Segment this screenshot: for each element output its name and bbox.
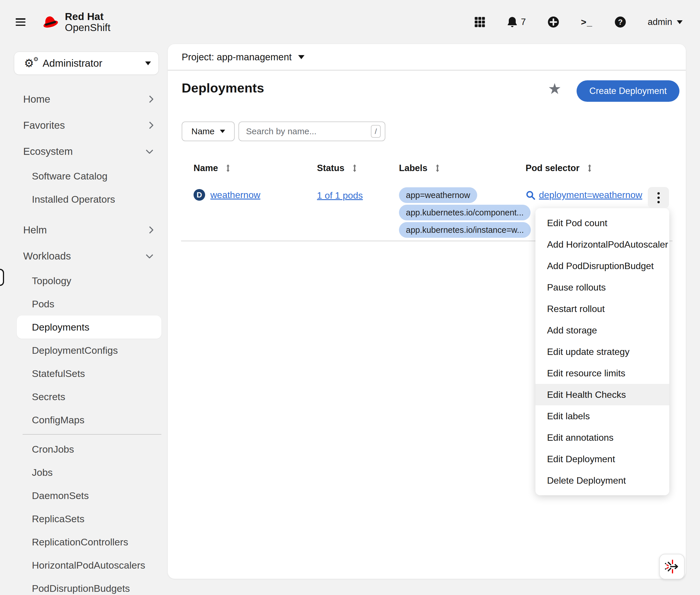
sidebar-item-replicationcontrollers[interactable]: ReplicationControllers: [0, 530, 164, 554]
quick-create-button[interactable]: [547, 16, 559, 28]
web-terminal-button[interactable]: >_: [581, 17, 592, 28]
masthead-toolbar: 7 >_ ? admin: [474, 16, 682, 28]
sidebar-item-pods[interactable]: Pods: [0, 292, 164, 315]
sidebar-item-installed-operators[interactable]: Installed Operators: [0, 188, 164, 211]
sidebar-item-topology[interactable]: Topology: [0, 269, 164, 292]
pod-selector-link[interactable]: deployment=weathernow: [539, 190, 642, 200]
sort-icon[interactable]: [434, 164, 441, 172]
status-cell: 1 of 1 pods: [317, 190, 363, 201]
chevron-right-icon: [149, 95, 153, 103]
search-box: /: [239, 121, 385, 141]
perspective-switcher[interactable]: ⚙⚙ Administrator: [14, 52, 159, 75]
sidebar-item-deployments[interactable]: Deployments: [17, 315, 161, 339]
menu-item-add-horizontalpodautoscaler[interactable]: Add HorizontalPodAutoscaler: [536, 234, 669, 255]
menu-item-edit-update-strategy[interactable]: Edit update strategy: [536, 341, 669, 363]
sidebar-item-home[interactable]: Home: [0, 86, 164, 112]
app-launcher-button[interactable]: [474, 16, 486, 28]
notification-count: 7: [521, 17, 526, 27]
deployment-name-link[interactable]: weathernow: [210, 190, 261, 200]
chevron-down-icon: [677, 20, 682, 24]
sidebar-item-poddisruptionbudgets[interactable]: PodDisruptionBudgets: [0, 577, 164, 595]
nav-toggle-hamburger-icon[interactable]: [16, 18, 26, 26]
caret-down-icon: [298, 55, 305, 59]
chevron-down-icon: [145, 61, 151, 65]
username: admin: [648, 17, 672, 27]
notifications-button[interactable]: 7: [507, 16, 526, 28]
brand-logo: Red Hat OpenShift: [40, 11, 111, 33]
sidebar-item-statefulsets[interactable]: StatefulSets: [0, 362, 164, 385]
label-chip: app.kubernetes.io/component...: [399, 205, 530, 220]
chevron-right-icon: [149, 226, 153, 234]
sort-icon[interactable]: [586, 164, 594, 172]
sidebar-item-helm[interactable]: Helm: [0, 217, 164, 243]
help-button[interactable]: ?: [614, 16, 627, 28]
brand-line2: OpenShift: [65, 22, 111, 33]
sidebar-nav: Home Favorites Ecosystem Software Catalo…: [0, 86, 164, 595]
left-edge-notch: [0, 269, 4, 286]
chevron-right-icon: [149, 121, 153, 129]
caret-down-icon: [220, 130, 225, 133]
label-chip: app=weathernow: [399, 187, 477, 203]
search-input[interactable]: [239, 121, 385, 141]
sidebar-item-ecosystem[interactable]: Ecosystem: [0, 138, 164, 164]
column-header-name: Name: [193, 163, 232, 173]
sidebar: ⚙⚙ Administrator Home Favorites Ecosyste…: [0, 44, 164, 595]
menu-item-edit-resource-limits[interactable]: Edit resource limits: [536, 363, 669, 384]
column-header-labels: Labels: [399, 163, 441, 173]
menu-item-add-poddisruptionbudget[interactable]: Add PodDisruptionBudget: [536, 255, 669, 277]
page-title: Deployments: [182, 81, 264, 96]
cogs-icon: ⚙⚙: [24, 57, 37, 69]
sort-icon[interactable]: [224, 164, 232, 172]
perspective-label: Administrator: [42, 57, 145, 69]
search-icon: [525, 190, 536, 200]
pods-status-link[interactable]: 1 of 1 pods: [317, 190, 363, 201]
brand-line1: Red Hat: [65, 11, 111, 22]
menu-item-restart-rollout[interactable]: Restart rollout: [536, 298, 669, 319]
menu-item-edit-labels[interactable]: Edit labels: [536, 405, 669, 427]
create-deployment-button[interactable]: Create Deployment: [577, 80, 679, 102]
brand-text: Red Hat OpenShift: [65, 11, 111, 33]
menu-item-edit-deployment[interactable]: Edit Deployment: [536, 448, 669, 470]
sidebar-item-daemonsets[interactable]: DaemonSets: [0, 484, 164, 507]
table-header: Name Status Labels Pod selector: [168, 163, 686, 176]
sidebar-item-deploymentconfigs[interactable]: DeploymentConfigs: [0, 339, 164, 362]
sidebar-item-replicasets[interactable]: ReplicaSets: [0, 507, 164, 530]
chevron-down-icon: [146, 149, 153, 154]
sidebar-item-cronjobs[interactable]: CronJobs: [0, 437, 164, 461]
main-panel: Project: app-management Deployments ★ Cr…: [168, 44, 686, 579]
column-header-status: Status: [317, 163, 358, 173]
project-selector-label: Project: app-management: [182, 52, 292, 63]
deployment-name-cell: D weathernow: [193, 189, 261, 201]
filter-type-label: Name: [191, 126, 214, 136]
sidebar-item-software-catalog[interactable]: Software Catalog: [0, 164, 164, 188]
sidebar-item-favorites[interactable]: Favorites: [0, 112, 164, 138]
sidebar-item-secrets[interactable]: Secrets: [0, 385, 164, 408]
masthead: Red Hat OpenShift 7: [0, 0, 700, 44]
sidebar-item-horizontalpodautoscalers[interactable]: HorizontalPodAutoscalers: [0, 554, 164, 577]
pod-selector-cell: deployment=weathernow: [525, 190, 642, 200]
user-menu[interactable]: admin: [648, 17, 682, 27]
project-selector[interactable]: Project: app-management: [168, 44, 686, 70]
sidebar-item-jobs[interactable]: Jobs: [0, 461, 164, 484]
search-shortcut-badge: /: [371, 125, 381, 138]
chevron-down-icon: [146, 254, 153, 258]
kebab-menu-button[interactable]: [648, 187, 669, 208]
toolbar: Name /: [182, 121, 385, 141]
sidebar-item-configmaps[interactable]: ConfigMaps: [0, 408, 164, 431]
lightspeed-icon: [664, 559, 680, 574]
menu-item-edit-pod-count[interactable]: Edit Pod count: [536, 212, 669, 234]
menu-item-edit-health-checks[interactable]: Edit Health Checks: [536, 384, 669, 405]
menu-item-pause-rollouts[interactable]: Pause rollouts: [536, 277, 669, 298]
sort-icon[interactable]: [351, 164, 358, 172]
sidebar-item-workloads[interactable]: Workloads: [0, 243, 164, 269]
filter-type-dropdown[interactable]: Name: [182, 121, 235, 141]
column-header-pod-selector: Pod selector: [525, 163, 594, 173]
favorite-star-icon[interactable]: ★: [548, 80, 561, 97]
menu-item-delete-deployment[interactable]: Delete Deployment: [536, 470, 669, 491]
sidebar-divider: [23, 434, 161, 435]
question-circle-icon: ?: [614, 16, 627, 28]
menu-item-add-storage[interactable]: Add storage: [536, 319, 669, 341]
svg-text:?: ?: [618, 18, 622, 26]
lightspeed-button[interactable]: [659, 554, 684, 579]
menu-item-edit-annotations[interactable]: Edit annotations: [536, 427, 669, 448]
